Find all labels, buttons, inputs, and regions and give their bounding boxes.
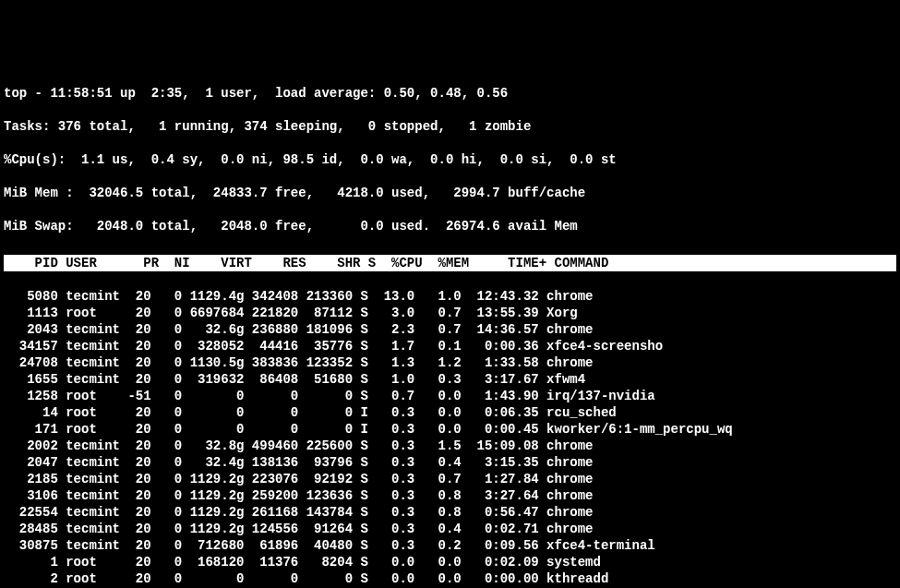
summary-line-mem: MiB Mem : 32046.5 total, 24833.7 free, 4… (4, 185, 896, 201)
process-row[interactable]: 2002 tecmint 20 0 32.8g 499460 225600 S … (4, 438, 896, 454)
process-row[interactable]: 1 root 20 0 168120 11376 8204 S 0.0 0.0 … (4, 554, 896, 570)
process-row[interactable]: 1655 tecmint 20 0 319632 86408 51680 S 1… (4, 371, 896, 388)
process-row[interactable]: 2 root 20 0 0 0 0 S 0.0 0.0 0:00.00 kthr… (4, 570, 896, 587)
process-row[interactable]: 30875 tecmint 20 0 712680 61896 40480 S … (4, 537, 896, 554)
process-row[interactable]: 2047 tecmint 20 0 32.4g 138136 93796 S 0… (4, 454, 896, 471)
process-row[interactable]: 171 root 20 0 0 0 0 I 0.3 0.0 0:00.45 kw… (4, 421, 896, 438)
process-row[interactable]: 14 root 20 0 0 0 0 I 0.3 0.0 0:06.35 rcu… (4, 404, 896, 421)
process-row[interactable]: 28485 tecmint 20 0 1129.2g 124556 91264 … (4, 521, 896, 537)
summary-line-cpu: %Cpu(s): 1.1 us, 0.4 sy, 0.0 ni, 98.5 id… (4, 151, 896, 168)
process-row[interactable]: 1113 root 20 0 6697684 221820 87112 S 3.… (4, 305, 896, 321)
summary-line-swap: MiB Swap: 2048.0 total, 2048.0 free, 0.0… (4, 218, 896, 234)
process-row[interactable]: 2043 tecmint 20 0 32.6g 236880 181096 S … (4, 321, 896, 338)
summary-line-tasks: Tasks: 376 total, 1 running, 374 sleepin… (4, 118, 896, 135)
top-output: top - 11:58:51 up 2:35, 1 user, load ave… (4, 68, 896, 588)
column-header-row[interactable]: PID USER PR NI VIRT RES SHR S %CPU %MEM … (4, 255, 896, 271)
process-row[interactable]: 34157 tecmint 20 0 328052 44416 35776 S … (4, 338, 896, 354)
process-row[interactable]: 22554 tecmint 20 0 1129.2g 261168 143784… (4, 504, 896, 521)
process-row[interactable]: 24708 tecmint 20 0 1130.5g 383836 123352… (4, 354, 896, 371)
process-row[interactable]: 2185 tecmint 20 0 1129.2g 223076 92192 S… (4, 471, 896, 487)
process-list[interactable]: 5080 tecmint 20 0 1129.4g 342408 213360 … (4, 288, 896, 588)
summary-line-uptime: top - 11:58:51 up 2:35, 1 user, load ave… (4, 85, 896, 102)
process-row[interactable]: 5080 tecmint 20 0 1129.4g 342408 213360 … (4, 288, 896, 305)
process-row[interactable]: 3106 tecmint 20 0 1129.2g 259200 123636 … (4, 487, 896, 504)
process-row[interactable]: 1258 root -51 0 0 0 0 S 0.7 0.0 1:43.90 … (4, 388, 896, 404)
